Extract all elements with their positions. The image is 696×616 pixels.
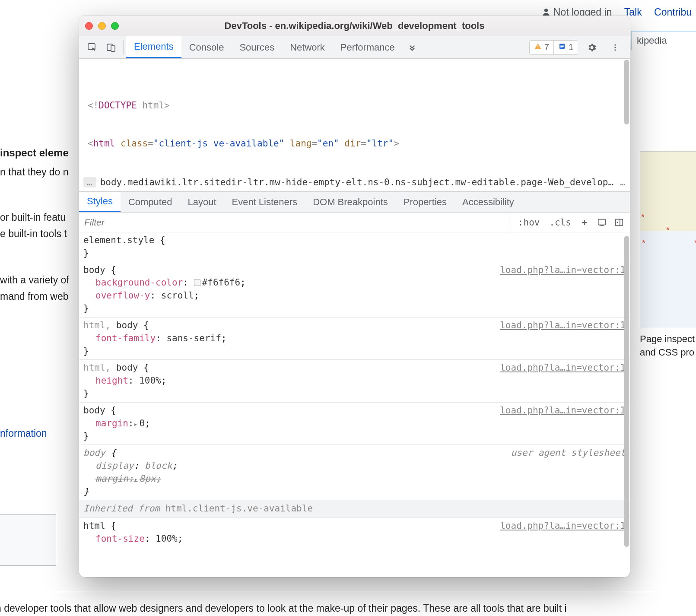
rule-source-link[interactable]: load.php?la…in=vector:1 <box>500 520 626 533</box>
dom-breadcrumb[interactable]: … body.mediawiki.ltr.sitedir-ltr.mw-hide… <box>79 173 630 192</box>
body-text-fragment: mand from web <box>0 291 82 302</box>
tab-performance[interactable]: Performance <box>333 36 403 58</box>
css-rule[interactable]: load.php?la…in=vector:1 body { margin:0;… <box>79 403 630 445</box>
section-divider <box>0 592 696 592</box>
tab-sources[interactable]: Sources <box>232 36 282 58</box>
close-window-button[interactable] <box>85 22 93 30</box>
warning-count: 7 <box>544 42 549 52</box>
css-rule[interactable]: load.php?la…in=vector:1 html, body { hei… <box>79 360 630 402</box>
svg-rect-8 <box>560 46 564 47</box>
svg-point-12 <box>614 49 616 51</box>
computed-styles-icon[interactable] <box>596 217 607 228</box>
device-toolbar-icon[interactable] <box>102 36 121 58</box>
css-rule[interactable]: load.php?la…in=vector:1 html, body { fon… <box>79 318 630 360</box>
rule-source-link[interactable]: load.php?la…in=vector:1 <box>500 362 626 375</box>
dom-node[interactable]: <!DOCTYPE html> <box>88 99 628 112</box>
tab-console[interactable]: Console <box>181 36 232 58</box>
section-heading-fragment: inspect eleme <box>0 147 82 159</box>
settings-icon[interactable] <box>582 42 601 53</box>
styles-rules-panel[interactable]: element.style { } load.php?la…in=vector:… <box>79 232 630 549</box>
kebab-menu-icon[interactable] <box>606 43 625 52</box>
subtab-styles[interactable]: Styles <box>79 192 121 212</box>
tab-elements[interactable]: Elements <box>126 36 181 58</box>
css-rule[interactable]: load.php?la…in=vector:1 html { font-size… <box>79 518 630 549</box>
body-text-fragment: with a variety of <box>0 274 82 286</box>
subtab-accessibility[interactable]: Accessibility <box>454 192 522 212</box>
more-tabs-icon[interactable] <box>403 36 422 58</box>
infobox-fragment <box>0 514 56 566</box>
svg-rect-5 <box>537 48 538 49</box>
dom-node[interactable]: <html class="client-js ve-available" lan… <box>88 137 628 150</box>
color-swatch[interactable] <box>194 279 200 286</box>
svg-point-10 <box>614 44 616 45</box>
scrollbar[interactable] <box>624 236 629 547</box>
scrollbar[interactable] <box>624 60 629 124</box>
search-tab-fragment[interactable]: kipedia <box>631 31 696 50</box>
svg-rect-7 <box>560 45 564 45</box>
styles-filter-row: :hov .cls <box>79 213 630 232</box>
css-rule[interactable]: load.php?la…in=vector:1 body { backgroun… <box>79 262 630 318</box>
contrib-link[interactable]: Contribu <box>654 6 692 18</box>
svg-point-11 <box>614 47 616 48</box>
body-text-fragment: or built-in featu <box>0 212 82 223</box>
cls-toggle[interactable]: .cls <box>547 217 573 228</box>
dom-tree-panel[interactable]: <!DOCTYPE html> <html class="client-js v… <box>79 59 630 173</box>
subtab-event-listeners[interactable]: Event Listeners <box>224 192 305 212</box>
subtab-layout[interactable]: Layout <box>180 192 224 212</box>
body-text-fragment: e built-in tools t <box>0 228 82 240</box>
warning-icon <box>534 42 542 52</box>
styles-subpanel-tabs: Styles Computed Layout Event Listeners D… <box>79 192 630 213</box>
subtab-properties[interactable]: Properties <box>396 192 454 212</box>
tab-network[interactable]: Network <box>282 36 333 58</box>
body-text-fragment: h developer tools that allow web designe… <box>0 603 696 614</box>
hov-toggle[interactable]: :hov <box>516 217 542 228</box>
new-style-rule-icon[interactable] <box>579 217 590 228</box>
toolbar-separator <box>123 40 124 55</box>
inspect-element-icon[interactable] <box>83 36 102 58</box>
svg-rect-13 <box>598 219 606 225</box>
rule-source-ua: user agent stylesheet <box>511 447 626 460</box>
shorthand-expand-icon[interactable] <box>134 473 140 484</box>
body-text-fragment: n that they do n <box>0 166 82 178</box>
thumbnail-caption: Page inspect and CSS pro <box>640 333 696 359</box>
info-count: 1 <box>569 42 573 52</box>
toggle-sidebar-icon[interactable] <box>613 217 625 228</box>
sidebar-link-fragment[interactable]: nformation <box>0 428 82 439</box>
breadcrumb-overflow[interactable]: … <box>83 177 96 187</box>
issues-badge[interactable]: 7 1 <box>529 40 578 55</box>
thumbnail-image[interactable]: * * * * <box>640 151 696 328</box>
subtab-computed[interactable]: Computed <box>121 192 180 212</box>
breadcrumb-overflow[interactable]: … <box>620 177 626 187</box>
css-rule[interactable]: user agent stylesheet body { display: bl… <box>79 445 630 500</box>
subtab-dom-breakpoints[interactable]: DOM Breakpoints <box>305 192 396 212</box>
css-rule[interactable]: element.style { } <box>79 232 630 262</box>
window-titlebar[interactable]: DevTools - en.wikipedia.org/wiki/Web_dev… <box>79 16 630 36</box>
svg-point-0 <box>544 9 548 12</box>
shorthand-expand-icon[interactable] <box>134 418 140 429</box>
inherited-from-row: Inherited from html.client-js.ve-availab… <box>79 500 630 518</box>
minimize-window-button[interactable] <box>98 22 106 30</box>
traffic-lights <box>85 22 119 30</box>
rule-source-link[interactable]: load.php?la…in=vector:1 <box>500 319 626 332</box>
maximize-window-button[interactable] <box>111 22 119 30</box>
svg-rect-9 <box>560 48 563 48</box>
info-icon <box>558 42 566 52</box>
svg-rect-3 <box>111 46 115 51</box>
breadcrumb-path[interactable]: body.mediawiki.ltr.sitedir-ltr.mw-hide-e… <box>100 177 617 187</box>
devtools-toolbar: Elements Console Sources Network Perform… <box>79 36 630 59</box>
styles-filter-input[interactable] <box>79 213 511 232</box>
window-title: DevTools - en.wikipedia.org/wiki/Web_dev… <box>79 20 630 32</box>
rule-source-link[interactable]: load.php?la…in=vector:1 <box>500 404 626 417</box>
svg-rect-4 <box>537 45 538 48</box>
devtools-window: DevTools - en.wikipedia.org/wiki/Web_dev… <box>79 16 630 577</box>
rule-source-link[interactable]: load.php?la…in=vector:1 <box>500 264 626 277</box>
